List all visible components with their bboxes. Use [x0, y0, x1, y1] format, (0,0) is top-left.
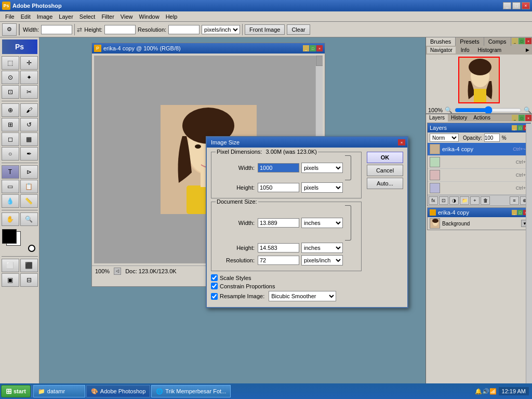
ps-window-maximize[interactable]: □ — [310, 45, 316, 51]
navigator-tab[interactable]: Navigator — [427, 47, 456, 54]
pixel-width-input[interactable] — [258, 163, 299, 172]
dodge-tool[interactable]: ○ — [2, 147, 19, 161]
ps-nav-btn[interactable]: ◁ — [114, 268, 121, 275]
zoom-tool[interactable]: 🔍 — [20, 212, 38, 226]
ps-window-minimize[interactable]: _ — [303, 45, 309, 51]
brushes-min[interactable]: _ — [512, 38, 518, 44]
nav-panel-options[interactable]: ▶ — [524, 47, 531, 54]
menu-select[interactable]: Select — [76, 13, 99, 20]
swap-icon[interactable]: ⇄ — [77, 26, 82, 33]
brushes-tab[interactable]: Brushes — [426, 37, 456, 46]
slice-tool[interactable]: ✂ — [20, 85, 38, 99]
zoom-slider[interactable] — [455, 108, 522, 112]
screen-mode-2[interactable]: ⊟ — [20, 273, 38, 287]
ok-button[interactable]: OK — [367, 152, 403, 163]
doc-width-input[interactable] — [258, 218, 299, 228]
menu-window[interactable]: Window — [136, 13, 163, 20]
crop-tool[interactable]: ⊡ — [2, 85, 19, 99]
width-input[interactable] — [41, 25, 72, 34]
zoom-in-icon[interactable]: 🔍 — [524, 107, 531, 113]
opacity-input[interactable] — [484, 134, 500, 142]
brushes-close[interactable]: × — [525, 38, 531, 44]
right-panel-scrollbar[interactable] — [526, 124, 532, 383]
measure-tool[interactable]: 📏 — [20, 194, 38, 208]
menu-layer[interactable]: Layer — [56, 13, 76, 20]
layers-max[interactable]: □ — [518, 115, 525, 121]
add-adjustment-btn[interactable]: ◑ — [449, 196, 459, 205]
pixel-width-unit[interactable]: pixels percent — [301, 163, 343, 173]
foreground-color[interactable] — [2, 229, 17, 244]
add-style-btn[interactable]: fx — [429, 196, 438, 205]
layer-item-3[interactable]: Ctrl+2 — [428, 169, 530, 182]
layers-sw-max[interactable]: □ — [517, 125, 523, 130]
constrain-proportions-checkbox[interactable] — [211, 283, 218, 289]
add-mask-btn[interactable]: ⊡ — [439, 196, 448, 205]
ps-scrollbar-thumb[interactable] — [316, 56, 323, 66]
new-group-btn[interactable]: 📁 — [460, 196, 469, 205]
layers-close[interactable]: × — [525, 115, 531, 121]
layers-min[interactable]: _ — [512, 115, 518, 121]
lasso-tool[interactable]: ⊙ — [2, 71, 19, 84]
layers-tab[interactable]: Layers — [426, 114, 448, 122]
quick-mask-mode[interactable]: ⬛ — [20, 259, 38, 272]
pixel-height-input[interactable] — [258, 183, 299, 192]
ps-image-controls[interactable]: _ □ × — [303, 45, 323, 51]
layers-sw-min[interactable]: _ — [512, 125, 517, 130]
maximize-button[interactable]: □ — [512, 2, 521, 9]
heal-tool[interactable]: ⊕ — [2, 103, 19, 117]
taskbar-item-photoshop[interactable]: 🎨 Adobe Photoshop — [86, 385, 150, 397]
resolution-unit-dlg[interactable]: pixels/inch pixels/cm — [301, 255, 343, 265]
resolution-unit-select[interactable]: pixels/inch — [202, 25, 240, 34]
gradient-tool[interactable]: ▦ — [20, 132, 38, 146]
resolution-input[interactable] — [168, 25, 200, 34]
notes-tool[interactable]: 📋 — [20, 180, 38, 193]
close-button[interactable]: × — [522, 2, 530, 9]
resample-method-select[interactable]: Bicubic Smoother Bicubic Sharper Bicubic… — [269, 291, 336, 301]
brushes-max[interactable]: □ — [518, 38, 525, 44]
comps-tab[interactable]: Comps — [484, 37, 511, 46]
move-tool[interactable]: ✛ — [20, 56, 38, 70]
layer-item-4[interactable]: Ctrl+3 — [428, 182, 530, 195]
actions-tab[interactable]: Actions — [470, 114, 494, 122]
clear-button[interactable]: Clear — [287, 24, 310, 35]
tool-options-icon[interactable]: ⚙ — [2, 23, 17, 36]
layer-item-1[interactable]: erika-4 copy Ctrl+~~ — [428, 143, 530, 156]
doc-height-unit[interactable]: inches pixels cm — [301, 243, 343, 253]
taskbar-item-browser[interactable]: 🌐 Trik Memperbesar Fot... — [151, 385, 231, 397]
resolution-input-dlg[interactable] — [258, 256, 299, 265]
pen-tool[interactable]: ✒ — [20, 147, 38, 161]
new-layer-btn[interactable]: + — [470, 196, 480, 205]
menu-edit[interactable]: Edit — [18, 13, 34, 20]
menu-file[interactable]: File — [2, 13, 18, 20]
doc-width-unit[interactable]: inches pixels cm — [301, 218, 343, 228]
pixel-height-unit[interactable]: pixels percent — [301, 182, 343, 193]
dialog-close-btn[interactable]: × — [398, 139, 405, 145]
marquee-tool[interactable]: ⬚ — [2, 56, 19, 70]
shape-tool[interactable]: ▭ — [2, 180, 19, 193]
layer-options-btn[interactable]: ≡ — [510, 196, 519, 205]
front-image-button[interactable]: Front Image — [245, 24, 285, 35]
menu-view[interactable]: View — [117, 13, 136, 20]
erika-sw-min[interactable]: _ — [512, 210, 517, 215]
text-tool[interactable]: T — [2, 165, 19, 179]
history-tab[interactable]: History — [448, 114, 470, 122]
doc-height-input[interactable] — [258, 243, 299, 252]
title-bar-controls[interactable]: _ □ × — [503, 2, 530, 9]
minimize-button[interactable]: _ — [503, 2, 511, 9]
ps-window-close[interactable]: × — [316, 45, 323, 51]
standard-mode[interactable]: ⬜ — [2, 259, 19, 272]
start-button[interactable]: ⊞ start — [1, 385, 31, 397]
zoom-out-icon[interactable]: 🔍 — [445, 107, 453, 113]
scale-styles-checkbox[interactable] — [211, 274, 218, 281]
screen-mode[interactable]: ▣ — [2, 273, 19, 287]
quick-mask-btn[interactable] — [28, 245, 35, 252]
menu-image[interactable]: Image — [34, 13, 56, 20]
erika-sw-max[interactable]: □ — [517, 210, 523, 215]
path-select-tool[interactable]: ⊳ — [20, 165, 38, 179]
hand-tool[interactable]: ✋ — [2, 212, 19, 226]
histogram-tab[interactable]: Histogram — [475, 47, 505, 54]
layer-mode-select[interactable]: Norm Normal Multiply — [430, 134, 459, 142]
presets-tab[interactable]: Presets — [456, 37, 484, 46]
magic-wand-tool[interactable]: ✦ — [20, 71, 38, 84]
eyedropper-tool[interactable]: 💧 — [2, 194, 19, 208]
